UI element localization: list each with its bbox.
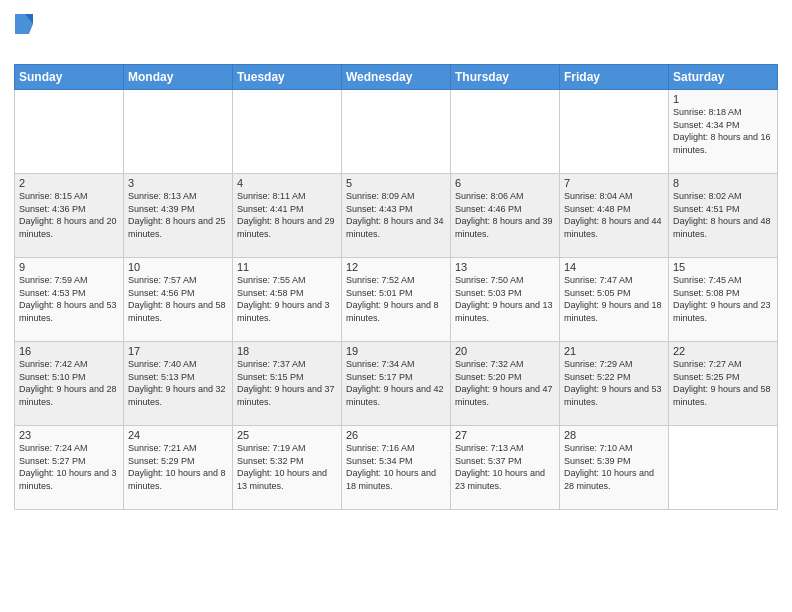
calendar-day-cell: 4Sunrise: 8:11 AM Sunset: 4:41 PM Daylig… [233,174,342,258]
calendar-day-cell [342,90,451,174]
calendar-day-cell: 26Sunrise: 7:16 AM Sunset: 5:34 PM Dayli… [342,426,451,510]
day-number: 22 [673,345,773,357]
day-info: Sunrise: 7:27 AM Sunset: 5:25 PM Dayligh… [673,358,773,408]
day-number: 21 [564,345,664,357]
calendar-week-row: 23Sunrise: 7:24 AM Sunset: 5:27 PM Dayli… [15,426,778,510]
day-number: 14 [564,261,664,273]
weekday-header-row: SundayMondayTuesdayWednesdayThursdayFrid… [15,65,778,90]
day-number: 28 [564,429,664,441]
calendar-day-cell [15,90,124,174]
logo [14,14,33,56]
calendar-day-cell: 24Sunrise: 7:21 AM Sunset: 5:29 PM Dayli… [124,426,233,510]
day-number: 23 [19,429,119,441]
day-number: 24 [128,429,228,441]
day-number: 16 [19,345,119,357]
calendar-table: SundayMondayTuesdayWednesdayThursdayFrid… [14,64,778,510]
day-info: Sunrise: 7:55 AM Sunset: 4:58 PM Dayligh… [237,274,337,324]
page-container: SundayMondayTuesdayWednesdayThursdayFrid… [0,0,792,520]
calendar-day-cell: 17Sunrise: 7:40 AM Sunset: 5:13 PM Dayli… [124,342,233,426]
calendar-day-cell: 13Sunrise: 7:50 AM Sunset: 5:03 PM Dayli… [451,258,560,342]
calendar-day-cell [669,426,778,510]
calendar-day-cell: 21Sunrise: 7:29 AM Sunset: 5:22 PM Dayli… [560,342,669,426]
calendar-day-cell: 6Sunrise: 8:06 AM Sunset: 4:46 PM Daylig… [451,174,560,258]
page-header [14,10,778,56]
day-info: Sunrise: 7:37 AM Sunset: 5:15 PM Dayligh… [237,358,337,408]
day-number: 18 [237,345,337,357]
calendar-day-cell: 1Sunrise: 8:18 AM Sunset: 4:34 PM Daylig… [669,90,778,174]
calendar-day-cell: 2Sunrise: 8:15 AM Sunset: 4:36 PM Daylig… [15,174,124,258]
calendar-day-cell: 23Sunrise: 7:24 AM Sunset: 5:27 PM Dayli… [15,426,124,510]
day-number: 8 [673,177,773,189]
day-info: Sunrise: 7:16 AM Sunset: 5:34 PM Dayligh… [346,442,446,492]
calendar-day-cell: 11Sunrise: 7:55 AM Sunset: 4:58 PM Dayli… [233,258,342,342]
day-info: Sunrise: 7:47 AM Sunset: 5:05 PM Dayligh… [564,274,664,324]
calendar-week-row: 16Sunrise: 7:42 AM Sunset: 5:10 PM Dayli… [15,342,778,426]
day-info: Sunrise: 8:02 AM Sunset: 4:51 PM Dayligh… [673,190,773,240]
day-number: 5 [346,177,446,189]
day-info: Sunrise: 7:13 AM Sunset: 5:37 PM Dayligh… [455,442,555,492]
weekday-header-cell: Saturday [669,65,778,90]
calendar-day-cell: 3Sunrise: 8:13 AM Sunset: 4:39 PM Daylig… [124,174,233,258]
calendar-day-cell: 28Sunrise: 7:10 AM Sunset: 5:39 PM Dayli… [560,426,669,510]
calendar-day-cell: 15Sunrise: 7:45 AM Sunset: 5:08 PM Dayli… [669,258,778,342]
weekday-header-cell: Sunday [15,65,124,90]
day-number: 17 [128,345,228,357]
day-info: Sunrise: 8:09 AM Sunset: 4:43 PM Dayligh… [346,190,446,240]
calendar-day-cell: 16Sunrise: 7:42 AM Sunset: 5:10 PM Dayli… [15,342,124,426]
calendar-day-cell: 12Sunrise: 7:52 AM Sunset: 5:01 PM Dayli… [342,258,451,342]
calendar-day-cell: 22Sunrise: 7:27 AM Sunset: 5:25 PM Dayli… [669,342,778,426]
day-number: 3 [128,177,228,189]
calendar-week-row: 1Sunrise: 8:18 AM Sunset: 4:34 PM Daylig… [15,90,778,174]
day-info: Sunrise: 7:24 AM Sunset: 5:27 PM Dayligh… [19,442,119,492]
day-info: Sunrise: 7:21 AM Sunset: 5:29 PM Dayligh… [128,442,228,492]
day-info: Sunrise: 8:11 AM Sunset: 4:41 PM Dayligh… [237,190,337,240]
weekday-header-cell: Thursday [451,65,560,90]
day-number: 26 [346,429,446,441]
day-info: Sunrise: 8:13 AM Sunset: 4:39 PM Dayligh… [128,190,228,240]
calendar-day-cell [560,90,669,174]
day-number: 27 [455,429,555,441]
weekday-header-cell: Wednesday [342,65,451,90]
day-info: Sunrise: 7:19 AM Sunset: 5:32 PM Dayligh… [237,442,337,492]
day-info: Sunrise: 7:45 AM Sunset: 5:08 PM Dayligh… [673,274,773,324]
day-number: 20 [455,345,555,357]
day-info: Sunrise: 7:50 AM Sunset: 5:03 PM Dayligh… [455,274,555,324]
day-info: Sunrise: 7:42 AM Sunset: 5:10 PM Dayligh… [19,358,119,408]
day-info: Sunrise: 7:59 AM Sunset: 4:53 PM Dayligh… [19,274,119,324]
calendar-day-cell: 18Sunrise: 7:37 AM Sunset: 5:15 PM Dayli… [233,342,342,426]
day-info: Sunrise: 7:10 AM Sunset: 5:39 PM Dayligh… [564,442,664,492]
day-number: 9 [19,261,119,273]
day-number: 15 [673,261,773,273]
day-info: Sunrise: 8:18 AM Sunset: 4:34 PM Dayligh… [673,106,773,156]
calendar-body: 1Sunrise: 8:18 AM Sunset: 4:34 PM Daylig… [15,90,778,510]
day-number: 12 [346,261,446,273]
day-number: 2 [19,177,119,189]
day-info: Sunrise: 7:40 AM Sunset: 5:13 PM Dayligh… [128,358,228,408]
calendar-day-cell: 9Sunrise: 7:59 AM Sunset: 4:53 PM Daylig… [15,258,124,342]
day-info: Sunrise: 7:29 AM Sunset: 5:22 PM Dayligh… [564,358,664,408]
weekday-header-cell: Friday [560,65,669,90]
calendar-day-cell: 7Sunrise: 8:04 AM Sunset: 4:48 PM Daylig… [560,174,669,258]
calendar-day-cell [124,90,233,174]
day-number: 7 [564,177,664,189]
weekday-header-cell: Monday [124,65,233,90]
calendar-day-cell: 5Sunrise: 8:09 AM Sunset: 4:43 PM Daylig… [342,174,451,258]
calendar-day-cell [233,90,342,174]
day-info: Sunrise: 8:15 AM Sunset: 4:36 PM Dayligh… [19,190,119,240]
calendar-day-cell: 14Sunrise: 7:47 AM Sunset: 5:05 PM Dayli… [560,258,669,342]
day-number: 13 [455,261,555,273]
calendar-day-cell: 10Sunrise: 7:57 AM Sunset: 4:56 PM Dayli… [124,258,233,342]
calendar-day-cell: 25Sunrise: 7:19 AM Sunset: 5:32 PM Dayli… [233,426,342,510]
calendar-day-cell [451,90,560,174]
day-number: 1 [673,93,773,105]
day-info: Sunrise: 7:34 AM Sunset: 5:17 PM Dayligh… [346,358,446,408]
day-info: Sunrise: 8:04 AM Sunset: 4:48 PM Dayligh… [564,190,664,240]
logo-icon [15,14,33,34]
calendar-week-row: 2Sunrise: 8:15 AM Sunset: 4:36 PM Daylig… [15,174,778,258]
day-number: 19 [346,345,446,357]
calendar-day-cell: 20Sunrise: 7:32 AM Sunset: 5:20 PM Dayli… [451,342,560,426]
day-info: Sunrise: 8:06 AM Sunset: 4:46 PM Dayligh… [455,190,555,240]
day-number: 10 [128,261,228,273]
day-number: 25 [237,429,337,441]
calendar-day-cell: 8Sunrise: 8:02 AM Sunset: 4:51 PM Daylig… [669,174,778,258]
